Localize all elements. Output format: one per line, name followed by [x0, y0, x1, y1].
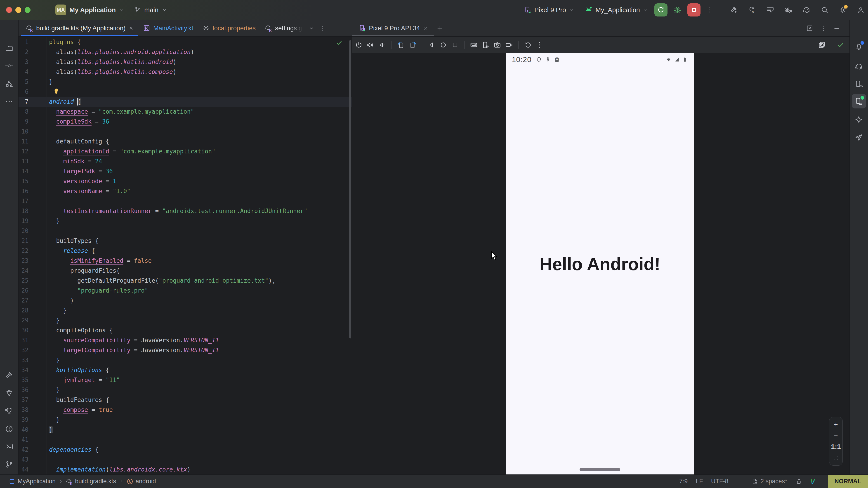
tool-window-button-version-control[interactable] [2, 457, 17, 471]
editor-tab-MainActivity.kt[interactable]: MainActivity.kt [138, 20, 198, 36]
volume-up-icon[interactable] [367, 41, 374, 49]
code-line-8[interactable]: 8 namespace = "com.example.myapplication… [19, 107, 352, 117]
code-line-20[interactable]: 20 [19, 226, 352, 236]
tool-window-button-running-devices[interactable] [852, 94, 866, 108]
code-line-22[interactable]: 22 release { [19, 246, 352, 256]
code-line-40[interactable]: 40} [19, 425, 352, 435]
gradle-sync-icon[interactable] [802, 6, 811, 14]
tool-window-button-project-folder[interactable] [2, 41, 17, 55]
close-icon[interactable] [423, 26, 428, 31]
code-line-21[interactable]: 21 buildTypes { [19, 236, 352, 246]
code-line-33[interactable]: 33 } [19, 355, 352, 365]
breadcrumb-item[interactable]: android [135, 478, 156, 485]
nav-back-icon[interactable] [428, 41, 435, 49]
snapshots-icon[interactable] [524, 41, 532, 49]
lock-open-icon[interactable] [796, 478, 802, 485]
code-line-12[interactable]: 12 applicationId = "com.example.myapplic… [19, 147, 352, 156]
code-line-39[interactable]: 39 } [19, 415, 352, 425]
code-line-42[interactable]: 42dependencies { [19, 445, 352, 455]
line-separator-widget[interactable]: LF [696, 478, 703, 485]
debug-button[interactable] [673, 6, 682, 14]
minimize-icon[interactable] [833, 25, 840, 32]
profile-icon[interactable] [857, 6, 865, 14]
screenshot-icon[interactable] [493, 41, 501, 49]
tool-window-button-paper-plane[interactable] [852, 130, 866, 144]
chevron-down-icon[interactable] [568, 7, 574, 13]
attach-debugger-icon[interactable] [784, 6, 793, 14]
tool-window-button-gradle-elephant[interactable] [852, 59, 866, 74]
code-line-38[interactable]: 38 compose = true [19, 405, 352, 415]
tool-window-button-device-manager[interactable] [852, 76, 866, 91]
emulator-screen[interactable]: 10:20 A Hello Android! [506, 53, 694, 475]
power-icon[interactable] [355, 41, 363, 49]
branch-selector[interactable]: main [144, 6, 158, 14]
tool-window-button-gemini-sparkle[interactable] [852, 112, 866, 127]
nav-home-icon[interactable] [439, 41, 447, 49]
rerun-button[interactable] [654, 3, 668, 17]
code-line-3[interactable]: 3 alias(libs.plugins.kotlin.android) [19, 57, 352, 67]
indent-widget[interactable]: 2 spaces* [751, 478, 787, 485]
zoom-actual-size-button[interactable]: 1:1 [831, 443, 841, 450]
editor-tab-local.properties[interactable]: local.properties [198, 20, 260, 36]
intention-lightbulb-icon[interactable] [53, 87, 60, 95]
code-line-36[interactable]: 36 } [19, 385, 352, 395]
tool-window-button-bell[interactable] [852, 39, 866, 54]
code-line-43[interactable]: 43 [19, 455, 352, 464]
volume-down-icon[interactable] [378, 41, 386, 49]
code-line-1[interactable]: 1plugins { [19, 37, 352, 47]
vim-plugin-icon[interactable]: V [810, 477, 815, 486]
close-icon[interactable] [128, 26, 134, 31]
code-line-9[interactable]: 9 compileSdk = 36 [19, 117, 352, 127]
tool-window-button-build-hammer[interactable] [2, 368, 17, 382]
zoom-out-button[interactable]: − [834, 432, 838, 439]
rotate-right-icon[interactable] [409, 41, 416, 49]
code-line-19[interactable]: 19 } [19, 216, 352, 226]
code-line-2[interactable]: 2 alias(libs.plugins.android.application… [19, 47, 352, 57]
editor-tab-settings.g[interactable]: Ksettings.g [260, 20, 307, 36]
rotate-left-icon[interactable] [397, 41, 405, 49]
tool-window-button-problems[interactable] [2, 422, 17, 436]
hardware-input-icon[interactable] [470, 41, 477, 49]
code-line-17[interactable]: 17 [19, 196, 352, 206]
project-avatar[interactable]: MA [55, 4, 66, 15]
tool-window-button-commit[interactable] [2, 59, 17, 73]
close-window-button[interactable] [6, 7, 12, 13]
editor-scrollbar[interactable] [349, 40, 351, 338]
tool-window-button-logcat-cat[interactable] [2, 403, 17, 418]
run-configuration-selector[interactable]: My_Application [595, 6, 640, 14]
code-line-14[interactable]: 14 targetSdk = 36 [19, 166, 352, 176]
code-line-23[interactable]: 23 isMinifyEnabled = false [19, 256, 352, 266]
stop-button[interactable] [687, 3, 701, 17]
gesture-navigation-pill[interactable] [580, 468, 620, 471]
kebab-vertical-icon[interactable] [819, 25, 827, 32]
code-line-10[interactable]: 10 [19, 127, 352, 136]
code-line-30[interactable]: 30 compileOptions { [19, 325, 352, 335]
ui-check-icon[interactable] [818, 41, 826, 49]
caret-position-widget[interactable]: 7:9 [679, 478, 688, 485]
project-selector[interactable]: My Application [69, 6, 116, 14]
editor-tab-build.gradle.kts[interactable]: Kbuild.gradle.kts (My Application) [21, 20, 138, 36]
tool-window-button-terminal[interactable] [2, 439, 17, 454]
tool-window-button-structure[interactable] [2, 76, 17, 91]
code-line-7[interactable]: 7android { [19, 97, 352, 107]
chevron-down-icon[interactable] [308, 25, 315, 32]
open-in-window-icon[interactable] [806, 25, 813, 32]
more-run-options-button[interactable] [706, 6, 713, 13]
ai-assistant-off-icon[interactable] [737, 478, 743, 485]
new-device-tab-button[interactable] [436, 25, 443, 32]
nav-overview-icon[interactable] [451, 41, 459, 49]
minimize-window-button[interactable] [16, 7, 21, 13]
device-selector[interactable]: Pixel 9 Pro [534, 6, 566, 14]
maximize-window-button[interactable] [25, 7, 31, 13]
code-line-16[interactable]: 16 versionName = "1.0" [19, 186, 352, 196]
chevron-down-icon[interactable] [642, 7, 648, 13]
code-line-18[interactable]: 18 testInstrumentationRunner = "androidx… [19, 206, 352, 216]
build-hammer-run-icon[interactable] [730, 6, 738, 14]
code-line-44[interactable]: 44 implementation(libs.androidx.core.ktx… [19, 464, 352, 475]
code-line-24[interactable]: 24 proguardFiles( [19, 266, 352, 275]
breadcrumb-item[interactable]: build.gradle.kts [75, 478, 116, 485]
tool-window-button-more-horizontal[interactable] [2, 94, 17, 108]
code-line-35[interactable]: 35 jvmTarget = "11" [19, 375, 352, 385]
code-line-32[interactable]: 32 targetCompatibility = JavaVersion.VER… [19, 345, 352, 355]
device-settings-icon[interactable] [482, 41, 489, 49]
